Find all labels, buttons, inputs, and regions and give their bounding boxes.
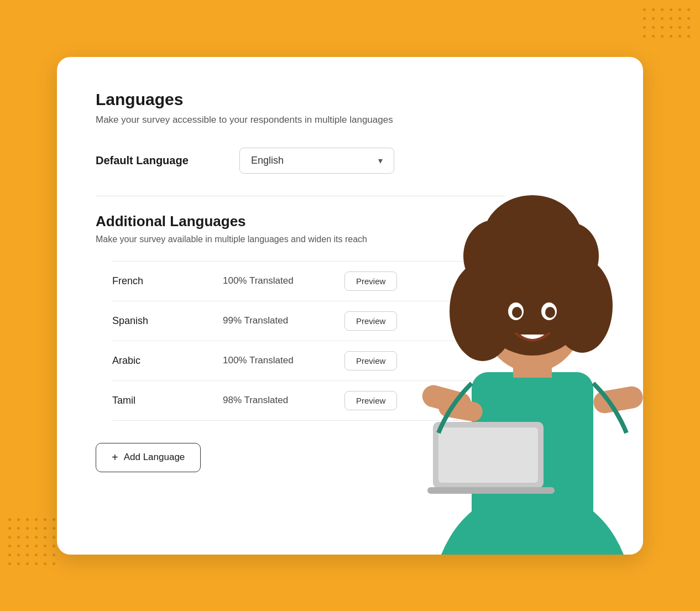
preview-button[interactable]: Preview [344, 351, 397, 370]
language-name: Tamil [112, 395, 212, 406]
person-image [405, 184, 643, 555]
add-language-label: Add Language [124, 452, 185, 463]
default-language-row: Default Language English ▾ [96, 148, 505, 174]
chevron-down-icon: ▾ [378, 155, 383, 166]
preview-button[interactable]: Preview [344, 391, 397, 410]
language-select-value: English [251, 155, 284, 166]
translation-status: 98% Translated [223, 395, 333, 406]
languages-title: Languages [96, 90, 505, 109]
svg-rect-18 [427, 487, 555, 494]
main-card: Languages Make your survey accessible to… [57, 57, 643, 555]
preview-button[interactable]: Preview [344, 311, 397, 331]
dot-pattern-top-right [643, 8, 692, 39]
translation-status: 99% Translated [223, 315, 333, 326]
languages-subtitle: Make your survey accessible to your resp… [96, 114, 505, 126]
default-language-label: Default Language [96, 154, 217, 167]
preview-button[interactable]: Preview [344, 271, 397, 291]
translation-status: 100% Translated [223, 355, 333, 366]
add-language-button[interactable]: + Add Language [96, 443, 201, 472]
translation-status: 100% Translated [223, 275, 333, 286]
svg-point-13 [545, 307, 555, 318]
language-name: French [112, 275, 212, 287]
language-name: Arabic [112, 355, 212, 367]
plus-icon: + [112, 451, 118, 464]
svg-point-12 [512, 307, 522, 318]
svg-point-9 [544, 223, 599, 289]
dot-pattern-bottom-left [8, 518, 57, 567]
svg-point-8 [463, 220, 524, 292]
language-select-dropdown[interactable]: English ▾ [239, 148, 394, 174]
svg-rect-17 [438, 427, 538, 483]
language-name: Spanish [112, 315, 212, 327]
